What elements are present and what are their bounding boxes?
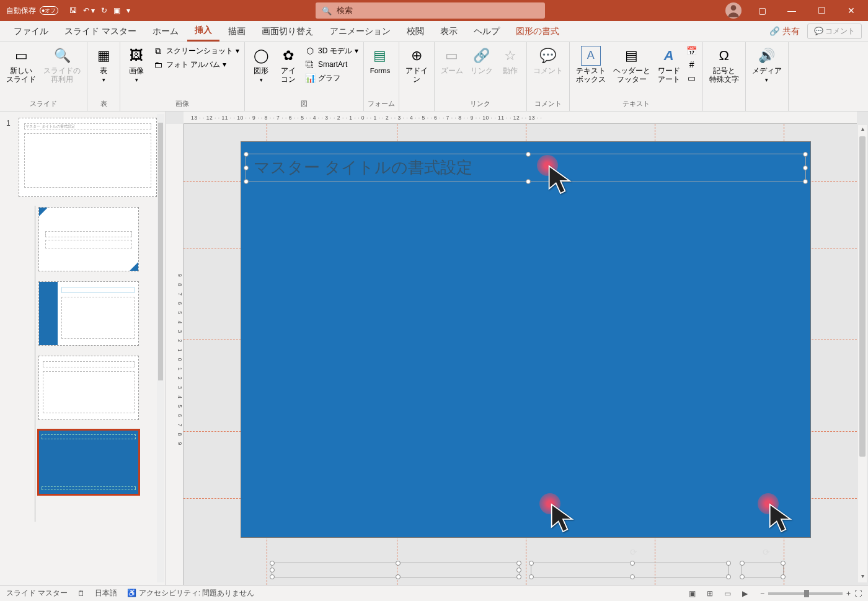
thumbs-scrollbar[interactable] (157, 114, 164, 582)
resize-handle[interactable] (630, 574, 635, 579)
footer-placeholder-center[interactable]: ⟳ (531, 563, 729, 577)
zoom-slider[interactable] (768, 592, 843, 595)
minimize-icon[interactable]: — (777, 1, 806, 20)
accessibility-status[interactable]: ♿ アクセシビリティ: 問題ありません (127, 588, 254, 599)
footer-placeholder-right[interactable]: ⟳ (742, 563, 784, 577)
3dmodel-button[interactable]: ⬡3D モデル ▾ (303, 45, 360, 57)
resize-handle[interactable] (270, 561, 275, 566)
slide-surface[interactable] (241, 141, 811, 538)
layout-thumbnail-3[interactable] (38, 356, 139, 420)
tab-animations[interactable]: アニメーション (322, 22, 398, 41)
tab-shape-format[interactable]: 図形の書式 (508, 22, 567, 41)
resize-handle[interactable] (244, 152, 249, 157)
textbox-button[interactable]: Aテキスト ボックス (574, 45, 608, 86)
resize-handle[interactable] (740, 561, 745, 566)
notes-icon[interactable]: 🗒 (78, 589, 85, 598)
resize-handle[interactable] (516, 574, 521, 579)
images-button[interactable]: 🖼画像▾ (124, 45, 149, 85)
thumbnail-pane[interactable]: 1 マスター タイトルの書式設定 (0, 112, 166, 585)
resize-handle[interactable] (526, 152, 531, 157)
search-box[interactable]: 🔍 検索 (316, 2, 545, 19)
screenshot-button[interactable]: ⧉スクリーンショット ▾ (151, 45, 241, 57)
save-icon[interactable]: 🖫 (69, 6, 77, 15)
resize-handle[interactable] (270, 568, 275, 572)
resize-handle[interactable] (270, 574, 275, 579)
reading-view-icon[interactable]: ▭ (722, 588, 733, 599)
rotate-handle[interactable]: ⟳ (630, 547, 637, 557)
maximize-icon[interactable]: ☐ (807, 1, 836, 20)
qat-overflow-icon[interactable]: ▾ (126, 6, 130, 15)
rotate-handle[interactable]: ⟳ (763, 547, 770, 557)
resize-handle[interactable] (516, 561, 521, 566)
autosave-toggle[interactable]: ● オフ (40, 6, 58, 15)
symbol-button[interactable]: Ω記号と 特殊文字 (707, 45, 742, 86)
resize-handle[interactable] (781, 561, 786, 566)
chart-button[interactable]: 📊グラフ (303, 72, 360, 84)
slidenum-button[interactable]: # (685, 58, 699, 71)
fit-window-icon[interactable]: ⛶ (854, 589, 862, 598)
share-button[interactable]: 🔗 共有 (763, 24, 806, 40)
resize-handle[interactable] (244, 165, 249, 170)
resize-handle[interactable] (803, 165, 808, 170)
resize-handle[interactable] (726, 561, 731, 566)
resize-handle[interactable] (803, 152, 808, 157)
resize-handle[interactable] (516, 568, 521, 572)
headerfooter-button[interactable]: ▤ヘッダーと フッター (611, 45, 653, 86)
footer-placeholder-left[interactable] (272, 563, 520, 577)
addin-button[interactable]: ⊕アドイ ン (403, 45, 430, 86)
tab-view[interactable]: 表示 (433, 22, 465, 41)
resize-handle[interactable] (630, 561, 635, 566)
layout-thumbnail-1[interactable] (38, 207, 139, 271)
scroll-down-icon[interactable]: ▾ (858, 572, 867, 582)
scroll-thumb[interactable] (859, 136, 866, 457)
zoom-out-icon[interactable]: − (760, 589, 764, 598)
layout-thumbnail-4[interactable] (38, 430, 139, 494)
resize-handle[interactable] (529, 561, 534, 566)
redo-icon[interactable]: ↻ (101, 6, 107, 15)
resize-handle[interactable] (781, 574, 786, 579)
resize-handle[interactable] (740, 574, 745, 579)
ribbon-display-icon[interactable]: ▢ (748, 1, 776, 20)
table-button[interactable]: ▦表▾ (91, 45, 116, 85)
editor-scrollbar[interactable]: ▴ ▾ (858, 125, 867, 582)
status-language[interactable]: 日本語 (95, 588, 117, 599)
object-button[interactable]: ▭ (685, 72, 699, 84)
tab-home[interactable]: ホーム (145, 22, 186, 41)
resize-handle[interactable] (803, 179, 808, 184)
account-avatar[interactable] (725, 2, 742, 19)
tab-help[interactable]: ヘルプ (466, 22, 507, 41)
tab-file[interactable]: ファイル (6, 22, 56, 41)
tab-review[interactable]: 校閲 (399, 22, 432, 41)
resize-handle[interactable] (396, 561, 401, 566)
sorter-view-icon[interactable]: ⊞ (704, 588, 715, 599)
photo-album-button[interactable]: 🗀フォト アルバム ▾ (151, 58, 241, 71)
resize-handle[interactable] (244, 179, 249, 184)
title-placeholder[interactable]: マスター タイトルの書式設定 (246, 154, 806, 182)
master-thumbnail[interactable]: マスター タイトルの書式設定 (19, 118, 157, 197)
resize-handle[interactable] (526, 179, 531, 184)
scroll-up-icon[interactable]: ▴ (858, 125, 867, 135)
resize-handle[interactable] (396, 574, 401, 579)
media-button[interactable]: 🔊メディア▾ (750, 45, 784, 85)
forms-button[interactable]: ▤Forms (368, 45, 393, 77)
undo-icon[interactable]: ↶ ▾ (83, 6, 95, 15)
comments-button[interactable]: 💬 コメント (807, 24, 862, 39)
layout-thumbnail-2[interactable] (38, 281, 139, 346)
tab-insert[interactable]: 挿入 (187, 21, 219, 42)
date-button[interactable]: 📅 (685, 45, 699, 57)
autosave-control[interactable]: 自動保存 ● オフ (0, 6, 64, 16)
resize-handle[interactable] (529, 574, 534, 579)
normal-view-icon[interactable]: ▣ (686, 588, 698, 599)
resize-handle[interactable] (726, 574, 731, 579)
slideshow-icon[interactable]: ▣ (113, 6, 120, 15)
slide-editor[interactable]: 13 · · 12 · · 11 · · 10 · · 9 · · 8 · · … (166, 112, 868, 585)
canvas[interactable]: マスター タイトルの書式設定 (184, 124, 857, 585)
slideshow-view-icon[interactable]: ▶ (740, 588, 750, 599)
new-slide-button[interactable]: ▭新しい スライド (4, 45, 38, 86)
icons-button[interactable]: ✿アイ コン (276, 45, 301, 86)
smartart-button[interactable]: ⿻SmartArt (303, 58, 360, 71)
tab-slidemaster[interactable]: スライド マスター (57, 22, 144, 41)
wordart-button[interactable]: Aワード アート (655, 45, 683, 86)
tab-draw[interactable]: 描画 (221, 22, 253, 41)
close-icon[interactable]: ✕ (837, 1, 866, 20)
